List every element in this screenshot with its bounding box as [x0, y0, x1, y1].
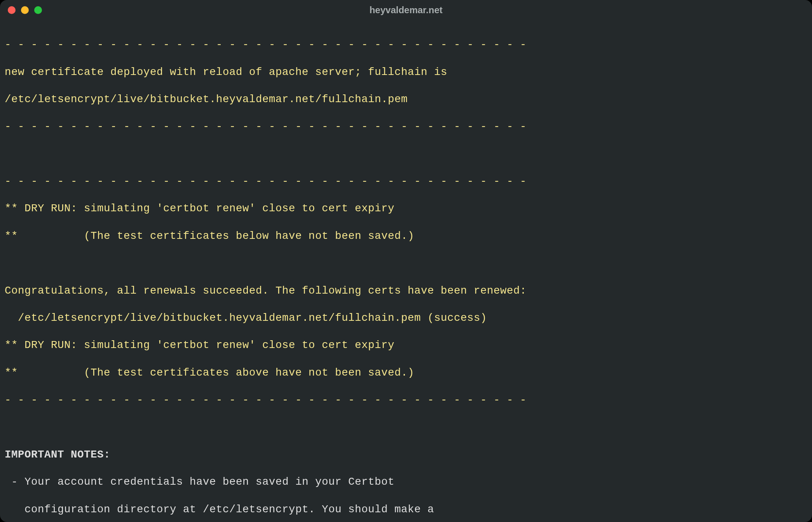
output-line: Congratulations, all renewals succeeded.…	[5, 284, 807, 298]
output-line: - - - - - - - - - - - - - - - - - - - - …	[5, 174, 807, 188]
important-notes-heading: IMPORTANT NOTES:	[5, 448, 807, 461]
close-icon[interactable]	[8, 6, 16, 14]
output-line: ** DRY RUN: simulating 'certbot renew' c…	[5, 202, 807, 215]
output-line: - - - - - - - - - - - - - - - - - - - - …	[5, 393, 807, 407]
minimize-icon[interactable]	[21, 6, 29, 14]
output-line: ** (The test certificates below have not…	[5, 229, 807, 243]
output-line: /etc/letsencrypt/live/bitbucket.heyvalde…	[5, 311, 807, 325]
output-line	[5, 147, 807, 161]
output-line: - Your account credentials have been sav…	[5, 475, 807, 489]
title-bar: heyvaldemar.net	[0, 0, 812, 20]
output-line: /etc/letsencrypt/live/bitbucket.heyvalde…	[5, 92, 807, 106]
window-title: heyvaldemar.net	[0, 4, 812, 16]
output-line: - - - - - - - - - - - - - - - - - - - - …	[5, 120, 807, 133]
output-line: - - - - - - - - - - - - - - - - - - - - …	[5, 38, 807, 51]
output-line: configuration directory at /etc/letsencr…	[5, 503, 807, 516]
output-line	[5, 256, 807, 270]
traffic-lights	[8, 6, 42, 14]
output-line: new certificate deployed with reload of …	[5, 65, 807, 79]
output-line: ** (The test certificates above have not…	[5, 366, 807, 379]
terminal-window: heyvaldemar.net - - - - - - - - - - - - …	[0, 0, 812, 522]
output-line	[5, 420, 807, 434]
output-line: ** DRY RUN: simulating 'certbot renew' c…	[5, 338, 807, 352]
zoom-icon[interactable]	[34, 6, 42, 14]
terminal-output[interactable]: - - - - - - - - - - - - - - - - - - - - …	[0, 20, 812, 522]
